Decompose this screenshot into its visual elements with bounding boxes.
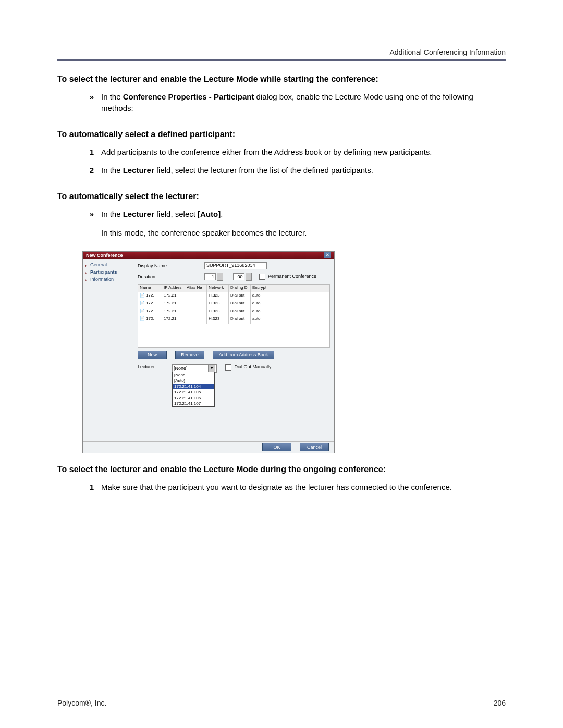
footer-company: Polycom®, Inc.: [57, 699, 106, 707]
duration-minutes-stepper[interactable]: 00: [233, 273, 252, 281]
display-name-label: Display Name:: [138, 263, 200, 268]
dialog-title: New Conference: [86, 253, 123, 258]
remove-button[interactable]: Remove: [175, 351, 204, 359]
ok-button[interactable]: OK: [262, 443, 291, 451]
table-row[interactable]: 172.172.21.H.323Dial outauto: [138, 292, 329, 300]
cancel-button[interactable]: Cancel: [300, 443, 329, 451]
list-marker: »: [81, 208, 94, 220]
lecturer-label: Lecturer:: [138, 364, 168, 369]
lecturer-option[interactable]: [None]: [173, 372, 214, 378]
sidebar-item-information[interactable]: Information: [85, 277, 131, 282]
dialog-titlebar: New Conference ✕: [83, 252, 334, 259]
dialog-new-conference: New Conference ✕ GeneralParticipantsInfo…: [82, 251, 335, 453]
list-item: In this mode, the conference speaker bec…: [101, 227, 307, 243]
sidebar-item-general[interactable]: General: [85, 262, 131, 267]
chevron-right-icon: [85, 263, 88, 266]
section-heading: To automatically select the lecturer:: [57, 192, 506, 201]
list-marker: »: [81, 91, 94, 103]
lecturer-option[interactable]: 172.21.41.106: [173, 395, 214, 401]
add-from-address-book-button[interactable]: Add from Address Book: [213, 351, 274, 359]
section-heading: To automatically select a defined partic…: [57, 130, 506, 139]
table-row[interactable]: 172.172.21.H.323Dial outauto: [138, 316, 329, 324]
permanent-conference-label: Permanent Conference: [268, 274, 316, 279]
dial-out-manually-label: Dial Out Manually: [235, 364, 272, 369]
new-button[interactable]: New: [138, 351, 167, 359]
table-row[interactable]: 172.172.21.H.323Dial outauto: [138, 308, 329, 316]
page-header: Additional Conferencing Information: [57, 48, 506, 56]
lecturer-value: [None]: [174, 366, 188, 371]
lecturer-select[interactable]: [None] ▾ [None][Auto]172.21.41.104172.21…: [172, 364, 217, 373]
lecturer-option[interactable]: [Auto]: [173, 378, 214, 384]
lecturer-option[interactable]: 172.21.41.107: [173, 401, 214, 406]
dialog-sidebar: GeneralParticipantsInformation: [83, 259, 133, 441]
section-heading: To select the lecturer and enable the Le…: [57, 465, 506, 474]
list-marker: 1: [81, 482, 94, 493]
chevron-right-icon: [85, 278, 88, 281]
close-icon[interactable]: ✕: [324, 252, 331, 258]
list-item: Add participants to the conference eithe…: [101, 146, 432, 162]
table-header: NameIP AddresAlias NaNetworkDialing DiEn…: [138, 285, 329, 292]
section-heading: To select the lecturer and enable the Le…: [57, 75, 506, 84]
list-marker: 1: [81, 146, 94, 158]
lecturer-option[interactable]: 172.21.41.104: [173, 384, 214, 389]
duration-label: Duration:: [138, 274, 200, 279]
list-item: In the Conference Properties - Participa…: [101, 91, 506, 118]
list-item: In the Lecturer field, select the lectur…: [101, 165, 373, 180]
footer-page-number: 206: [494, 699, 506, 707]
dial-out-manually-checkbox[interactable]: [225, 364, 231, 371]
participant-icon: [140, 301, 145, 306]
participant-icon: [140, 293, 145, 298]
participant-icon: [140, 309, 145, 314]
header-rule: [57, 59, 506, 61]
permanent-conference-checkbox[interactable]: [259, 274, 265, 280]
table-row[interactable]: 172.172.21.H.323Dial outauto: [138, 300, 329, 308]
list-item: Make sure that the participant you want …: [101, 482, 452, 497]
participants-table[interactable]: NameIP AddresAlias NaNetworkDialing DiEn…: [138, 284, 330, 348]
participant-icon: [140, 316, 145, 322]
list-item: In the Lecturer field, select [Auto].: [101, 208, 223, 224]
chevron-down-icon[interactable]: ▾: [208, 365, 215, 372]
sidebar-item-participants[interactable]: Participants: [85, 269, 131, 275]
display-name-field[interactable]: SUPPORT_913682034: [204, 262, 267, 269]
lecturer-option[interactable]: 172.21.41.105: [173, 389, 214, 395]
list-marker: 2: [81, 165, 94, 176]
duration-separator: :: [227, 274, 229, 279]
duration-hours-stepper[interactable]: 1: [204, 273, 223, 281]
chevron-right-icon: [85, 270, 88, 274]
